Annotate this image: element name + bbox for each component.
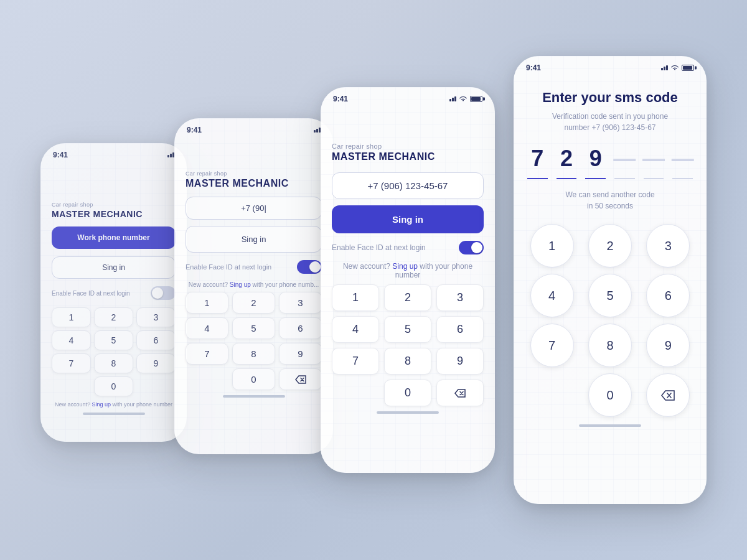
new-account-3: New account? Sing up with your phone num… xyxy=(332,262,484,279)
keypad-2: 1 2 3 4 5 6 7 8 9 0 xyxy=(186,292,322,390)
key-3-3[interactable]: 3 xyxy=(436,284,484,311)
code-digit-2: 2 xyxy=(555,146,578,172)
key-2-3[interactable]: 3 xyxy=(279,292,322,314)
key-4-4[interactable]: 4 xyxy=(530,274,574,317)
delete-key-3[interactable] xyxy=(436,380,484,406)
delete-key-2[interactable] xyxy=(279,368,322,390)
app-subtitle-3: Car repair shop xyxy=(332,142,484,150)
key-1-5[interactable]: 5 xyxy=(94,330,133,350)
toggle-row-2: Enable Face ID at next login xyxy=(186,260,322,274)
key-4-9[interactable]: 9 xyxy=(646,324,690,367)
toggle-label-3: Enable Face ID at next login xyxy=(332,243,426,252)
key-3-7[interactable]: 7 xyxy=(332,348,379,375)
key-4-1[interactable]: 1 xyxy=(530,224,574,268)
key-4-6[interactable]: 6 xyxy=(646,274,690,317)
key-3-8[interactable]: 8 xyxy=(384,348,431,375)
key-1-7[interactable]: 7 xyxy=(52,353,91,373)
new-account-1: New account? Sing up with your phone num… xyxy=(52,401,176,408)
key-1-2[interactable]: 2 xyxy=(94,307,133,327)
phone-2: 9:41 Car repair shop MASTER MECHANIC +7 … xyxy=(174,118,333,454)
phone-3-content: Car repair shop MASTER MECHANIC Sing in … xyxy=(321,103,495,424)
sms-subtitle: Verification code sent in you phone numb… xyxy=(526,111,694,133)
code-digit-4: — xyxy=(613,146,636,172)
phone-input-3[interactable] xyxy=(332,172,484,199)
battery-icon-3 xyxy=(470,96,482,102)
key-3-1[interactable]: 1 xyxy=(332,284,379,311)
key-4-5[interactable]: 5 xyxy=(588,274,632,317)
phones-container: 9:41 Car repair shop MASTER MECHANIC Wor… xyxy=(31,56,716,504)
key-3-4[interactable]: 4 xyxy=(332,316,379,343)
app-title-2: MASTER MECHANIC xyxy=(186,178,322,189)
key-2-5[interactable]: 5 xyxy=(232,317,275,339)
sms-subtitle-2: number +7 (906) 123-45-67 xyxy=(526,122,694,133)
key-2-1[interactable]: 1 xyxy=(186,292,228,314)
key-4-8[interactable]: 8 xyxy=(588,324,632,367)
battery-icon-4 xyxy=(682,65,694,71)
sms-subtitle-1: Verification code sent in you phone xyxy=(526,111,694,122)
key-2-9[interactable]: 9 xyxy=(279,343,322,365)
face-id-toggle-1[interactable] xyxy=(151,286,176,300)
resend-text: We can send another code in 50 seconds xyxy=(526,189,694,212)
key-4-2[interactable]: 2 xyxy=(588,224,632,268)
key-4-0[interactable]: 0 xyxy=(588,373,632,417)
code-digit-6: — xyxy=(671,146,694,172)
toggle-label-1: Enable Face ID at next login xyxy=(52,290,130,297)
face-id-toggle-3[interactable] xyxy=(459,241,484,254)
work-phone-button[interactable]: Work phone number xyxy=(52,226,176,249)
key-3-2[interactable]: 2 xyxy=(384,284,431,311)
key-1-9[interactable]: 9 xyxy=(136,353,176,373)
key-2-8[interactable]: 8 xyxy=(232,343,275,365)
phone-2-content: Car repair shop MASTER MECHANIC +7 (90| … xyxy=(174,134,333,408)
key-3-5[interactable]: 5 xyxy=(384,316,431,343)
code-digit-5: — xyxy=(642,146,665,172)
key-3-6[interactable]: 6 xyxy=(436,316,484,343)
sign-in-button-2[interactable]: Sing in xyxy=(186,226,322,253)
sign-up-link-1[interactable]: Sing up xyxy=(92,401,111,408)
phone-input-2[interactable]: +7 (90| xyxy=(186,197,322,220)
key-2-7[interactable]: 7 xyxy=(186,343,228,365)
resend-line-2: in 50 seconds xyxy=(587,202,633,210)
sign-in-button-1[interactable]: Sing in xyxy=(52,256,176,279)
key-1-8[interactable]: 8 xyxy=(94,353,133,373)
key-1-3[interactable]: 3 xyxy=(136,307,176,327)
phone-4: 9:41 Enter your sms code Verification co… xyxy=(514,56,707,504)
code-digit-3: 9 xyxy=(584,146,607,172)
app-subtitle-1: Car repair shop xyxy=(52,202,176,208)
phone-1-content: Car repair shop MASTER MECHANIC Work pho… xyxy=(40,159,187,425)
sign-up-link-3[interactable]: Sing up xyxy=(392,262,418,271)
home-indicator-3 xyxy=(377,411,439,414)
resend-line-1: We can send another code xyxy=(565,190,654,199)
key-4-7[interactable]: 7 xyxy=(530,324,574,367)
home-indicator-2 xyxy=(223,395,285,398)
toggle-row-1: Enable Face ID at next login xyxy=(52,286,176,300)
key-2-4[interactable]: 4 xyxy=(186,317,228,339)
keypad-3: 1 2 3 4 5 6 7 8 9 0 xyxy=(332,284,484,406)
phone-1: 9:41 Car repair shop MASTER MECHANIC Wor… xyxy=(40,143,187,442)
new-account-2: New account? Sing up with your phone num… xyxy=(186,281,322,288)
key-4-3[interactable]: 3 xyxy=(646,224,690,268)
sms-title: Enter your sms code xyxy=(526,90,694,106)
code-display: 7 2 9 — — — xyxy=(526,146,694,172)
app-title-1: MASTER MECHANIC xyxy=(52,209,176,219)
app-subtitle-2: Car repair shop xyxy=(186,170,322,177)
phone-4-content: Enter your sms code Verification code se… xyxy=(514,72,707,433)
key-1-4[interactable]: 4 xyxy=(52,330,91,350)
code-lines xyxy=(526,178,694,179)
phone-3: 9:41 Car repair shop MASTER MECHANIC Sin… xyxy=(321,87,495,473)
sign-in-button-3[interactable]: Sing in xyxy=(332,205,484,233)
key-2-6[interactable]: 6 xyxy=(279,317,322,339)
face-id-toggle-2[interactable] xyxy=(297,260,322,274)
delete-key-4[interactable] xyxy=(646,373,690,417)
key-1-0[interactable]: 0 xyxy=(94,376,133,396)
app-title-3: MASTER MECHANIC xyxy=(332,151,484,162)
home-indicator-1 xyxy=(83,413,145,415)
key-1-6[interactable]: 6 xyxy=(136,330,176,350)
sign-up-link-2[interactable]: Sing up xyxy=(230,281,251,288)
key-1-1[interactable]: 1 xyxy=(52,307,91,327)
home-indicator-4 xyxy=(579,424,641,427)
key-2-2[interactable]: 2 xyxy=(232,292,275,314)
key-3-0[interactable]: 0 xyxy=(384,380,431,406)
key-3-9[interactable]: 9 xyxy=(436,348,484,375)
keypad-1: 1 2 3 4 5 6 7 8 9 0 xyxy=(52,307,176,396)
key-2-0[interactable]: 0 xyxy=(232,368,275,390)
